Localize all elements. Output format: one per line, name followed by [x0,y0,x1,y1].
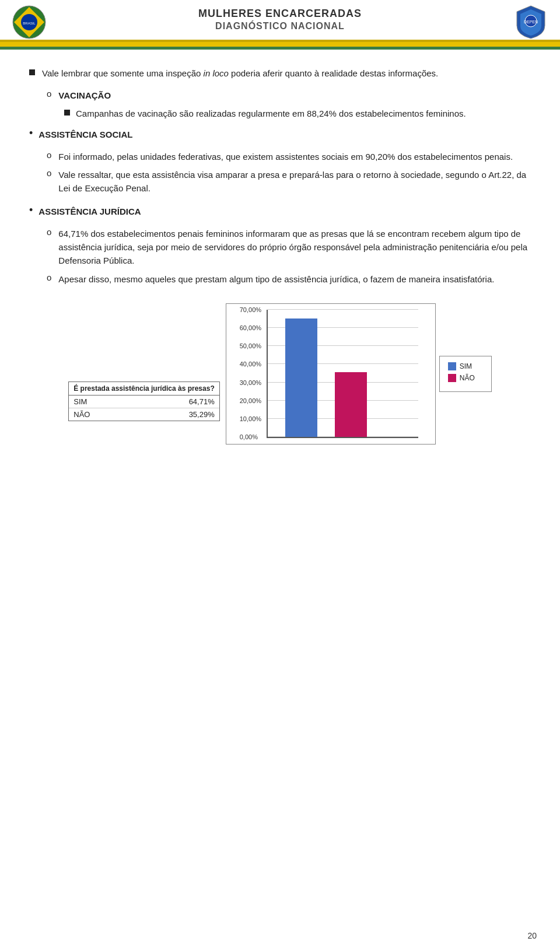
main-content: Vale lembrar que somente uma inspeção in… [0,50,560,462]
bar-sim [285,318,317,437]
vacinacao-section: o VACINAÇÃO [47,89,531,102]
header-title-line2: DIAGNÓSTICO NACIONAL [198,20,362,33]
gridlabel-60: 60,00% [240,324,261,331]
juridica-sub1-marker: o [47,227,51,237]
vacinacao-detail: Campanhas de vacinação são realizadas re… [64,107,531,120]
vacinacao-marker: o [47,89,51,99]
social-sub1-text: Foi informado, pelas unidades federativa… [58,150,531,163]
assistencia-juridica-title: ASSISTÊNCIA JURÍDICA [38,206,141,216]
gridlabel-30: 30,00% [240,379,261,386]
legend-label-sim: SIM [460,362,472,370]
assistencia-social-section: • ASSISTÊNCIA SOCIAL [29,128,531,142]
legend-item-sim: SIM [448,362,483,370]
page-header: BRASIL MULHERES ENCARCERADAS DIAGNÓSTICO… [0,0,560,42]
legend-color-sim [448,362,456,370]
vacinacao-text: Campanhas de vacinação são realizadas re… [76,107,531,120]
social-sub2-text: Vale ressaltar, que esta assistência vis… [58,168,531,195]
legend-item-nao: NÃO [448,374,483,382]
chart-legend: SIM NÃO [439,356,492,392]
bar-nao [335,372,367,437]
svg-text:BRASIL: BRASIL [23,22,36,25]
data-table: É prestada assistência jurídica às presa… [68,382,219,421]
gridlabel-20: 20,00% [240,397,261,404]
vacinacao-heading-block: VACINAÇÃO [58,89,531,102]
bullet-inloco-text: Vale lembrar que somente uma inspeção in… [42,67,531,80]
page-number: 20 [527,931,537,940]
table-value-sim: 64,71% [189,397,215,406]
gridlabel-40: 40,00% [240,360,261,368]
bullet-square-icon [29,69,35,75]
table-row-nao: NÃO 35,29% [69,408,219,421]
gridlabel-10: 10,00% [240,415,261,422]
table-header: É prestada assistência jurídica às presa… [69,382,219,396]
table-label-nao: NÃO [74,410,188,419]
juridica-sub2-text: Apesar disso, mesmo aqueles que prestam … [58,272,531,286]
assistencia-juridica-heading: ASSISTÊNCIA JURÍDICA [38,205,531,219]
chart-grid: 70,00% 60,00% 50,00% 40,00% 30,00% 20,00… [267,310,418,438]
vacinacao-heading: VACINAÇÃO [58,90,111,100]
vacinacao-bullet-icon [64,110,70,116]
legend-label-nao: NÃO [460,374,475,382]
gridlabel-0: 0,00% [240,433,258,440]
assistencia-social-title: ASSISTÊNCIA SOCIAL [38,130,132,139]
assistencia-juridica-section: • ASSISTÊNCIA JURÍDICA [29,205,531,219]
assistencia-juridica-sub2: o Apesar disso, mesmo aqueles que presta… [47,272,531,286]
gridlabel-50: 50,00% [240,342,261,349]
bullet-dot-social: • [29,127,33,139]
bullet-inloco: Vale lembrar que somente uma inspeção in… [29,67,531,80]
assistencia-juridica-sub1: o 64,71% dos estabelecimentos penais fem… [47,227,531,268]
assistencia-social-sub1: o Foi informado, pelas unidades federati… [47,150,531,163]
legend-color-nao [448,374,456,382]
juridica-sub1-text: 64,71% dos estabelecimentos penais femin… [58,227,531,268]
table-label-sim: SIM [74,397,188,406]
inloco-post: poderia aferir quanto à realidade destas… [229,68,438,78]
svg-text:DEPEN: DEPEN [524,20,538,24]
inloco-italic: in loco [204,68,229,78]
juridica-sub2-marker: o [47,272,51,282]
header-title-line1: MULHERES ENCARCERADAS [198,7,362,20]
assistencia-social-heading: ASSISTÊNCIA SOCIAL [38,128,531,142]
social-sub2-marker: o [47,168,51,178]
yellow-divider [0,42,560,47]
social-sub1-marker: o [47,150,51,160]
bar-group [285,318,367,437]
header-title: MULHERES ENCARCERADAS DIAGNÓSTICO NACION… [198,7,362,33]
table-value-nao: 35,29% [189,410,215,419]
bullet-dot-juridica: • [29,204,33,216]
assistencia-social-sub2: o Vale ressaltar, que esta assistência v… [47,168,531,195]
logo-brazil: BRASIL [12,5,47,41]
inloco-pre: Vale lembrar que somente uma inspeção [42,68,204,78]
chart-section: É prestada assistência jurídica às presa… [29,303,531,444]
gridlabel-70: 70,00% [240,306,261,313]
table-row-sim: SIM 64,71% [69,396,219,408]
bar-chart: 70,00% 60,00% 50,00% 40,00% 30,00% 20,00… [226,303,436,444]
logo-shield: DEPEN [513,5,548,41]
gridline-70: 70,00% [268,309,418,310]
